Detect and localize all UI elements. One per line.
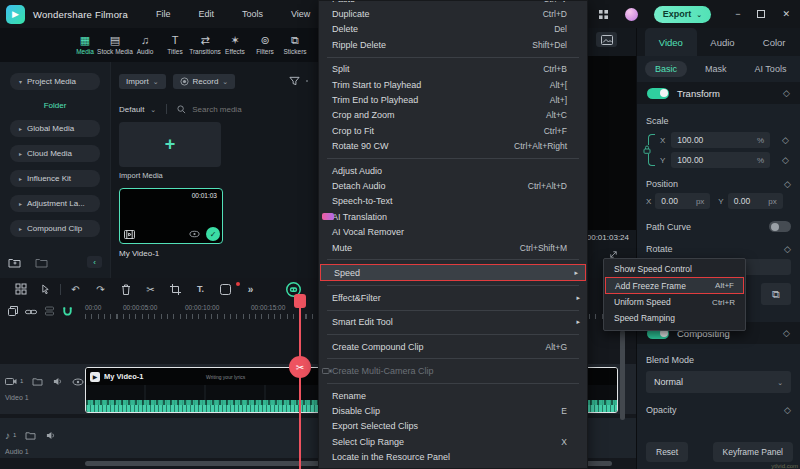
snap-magnet-icon[interactable] [62, 302, 73, 320]
menu-item-select-clip-range[interactable]: Select Clip RangeX [319, 434, 587, 449]
tab-color[interactable]: Color [748, 28, 800, 56]
keyframe-diamond-icon[interactable]: ◇ [784, 405, 791, 415]
scale-x-input[interactable]: 100.00% [671, 132, 770, 148]
menu-item-trim-end[interactable]: Trim End to PlayheadAlt+] [319, 92, 587, 107]
menu-item-rename[interactable]: Rename [319, 388, 587, 403]
menu-item-create-compound-clip[interactable]: Create Compound ClipAlt+G [319, 339, 587, 354]
tab-audio[interactable]: ♫Audio [130, 28, 160, 62]
menu-edit[interactable]: Edit [198, 9, 214, 19]
menu-item-disable-clip[interactable]: Disable ClipE [319, 403, 587, 418]
menu-view[interactable]: View [291, 9, 310, 19]
filter-funnel-icon[interactable] [289, 72, 300, 90]
minimize-button[interactable]: − [735, 9, 740, 19]
menu-item-effect-filter[interactable]: Effect&Filter [319, 290, 587, 305]
tab-titles[interactable]: TTitles [160, 28, 190, 62]
tab-stickers[interactable]: ⧉Stickers [280, 28, 310, 62]
keyframe-diamond-icon[interactable]: ◇ [783, 328, 790, 338]
menu-item-ai-vocal-remover[interactable]: AI Vocal Remover [319, 224, 587, 239]
tab-stock-media[interactable]: ▤Stock Media [100, 28, 130, 62]
trash-icon[interactable] [113, 284, 138, 295]
sidebar-item-global-media[interactable]: ▸Global Media [10, 120, 100, 137]
collapse-panel-icon[interactable]: ‹ [87, 256, 102, 268]
undo-icon[interactable]: ↶ [63, 284, 88, 295]
tab-audio[interactable]: Audio [697, 28, 749, 56]
search-input[interactable] [192, 105, 282, 114]
keyframe-diamond-icon[interactable]: ◇ [782, 155, 789, 165]
media-grid-icon[interactable] [8, 283, 33, 295]
menu-item-speech-to-text[interactable]: Speech-to-Text [319, 194, 587, 209]
submenu-item-add-freeze-frame[interactable]: Add Freeze FrameAlt+F [605, 277, 744, 294]
menu-item-split[interactable]: SplitCtrl+B [319, 62, 587, 77]
redo-icon[interactable]: ↷ [88, 284, 113, 295]
tab-media[interactable]: ▦Media [70, 28, 100, 62]
keyframe-diamond-icon[interactable]: ◇ [784, 244, 791, 254]
position-x-input[interactable]: 0.00px [655, 193, 710, 209]
menu-tools[interactable]: Tools [242, 9, 263, 19]
eye-icon[interactable] [72, 372, 84, 390]
sidebar-item-folder[interactable]: Folder [0, 98, 110, 112]
sidebar-item-adjustment-layer[interactable]: ▸Adjustment La... [10, 195, 100, 212]
menu-item-adjust-audio[interactable]: Adjust Audio [319, 163, 587, 178]
scissors-icon[interactable]: ✂ [138, 284, 163, 295]
screen-record-icon[interactable] [213, 284, 238, 295]
close-button[interactable]: ✕ [782, 9, 790, 19]
scale-y-input[interactable]: 100.00% [671, 152, 770, 168]
text-tool-icon[interactable]: T. [188, 284, 213, 294]
menu-item-duplicate[interactable]: DuplicateCtrl+D [319, 6, 587, 21]
link-icon[interactable] [25, 302, 37, 320]
playhead-handle[interactable] [294, 294, 306, 308]
reset-button[interactable]: Reset [646, 442, 688, 462]
transform-toggle[interactable] [647, 88, 669, 99]
layers-icon[interactable] [44, 302, 55, 320]
subtab-ai-tools[interactable]: AI Tools [745, 61, 797, 77]
keyframe-panel-button[interactable]: Keyframe Panel [713, 442, 793, 462]
menu-item-crop-to-fit[interactable]: Crop to FitCtrl+F [319, 123, 587, 138]
speaker-icon[interactable] [45, 426, 56, 444]
menu-item-ripple-delete[interactable]: Ripple DeleteShift+Del [319, 37, 587, 52]
menu-item-export-selected-clips[interactable]: Export Selected Clips [319, 419, 587, 434]
playhead-line[interactable] [299, 296, 301, 469]
blend-mode-dropdown[interactable]: Normal⌄ [646, 371, 791, 393]
sidebar-item-project-media[interactable]: ▾Project Media [10, 73, 100, 90]
eye-icon[interactable] [189, 230, 200, 238]
image-preview-icon[interactable] [596, 32, 617, 47]
submenu-item-uniform-speed[interactable]: Uniform SpeedCtrl+R [604, 294, 745, 310]
menu-item-locate-in-resource-panel[interactable]: Locate in the Resource Panel [319, 449, 587, 464]
sidebar-item-compound-clip[interactable]: ▸Compound Clip [10, 220, 100, 237]
menu-file[interactable]: File [156, 9, 171, 19]
cut-scissors-icon[interactable]: ✂ [289, 356, 311, 378]
submenu-item-speed-ramping[interactable]: Speed Ramping [604, 310, 745, 326]
maximize-button[interactable] [757, 10, 765, 18]
menu-item-mute[interactable]: MuteCtrl+Shift+M [319, 240, 587, 255]
sidebar-item-cloud-media[interactable]: ▸Cloud Media [10, 145, 100, 162]
speaker-icon[interactable] [52, 372, 63, 390]
keyframe-diamond-icon[interactable]: ◇ [782, 135, 789, 145]
sort-default-dropdown[interactable]: Default [119, 105, 144, 114]
menu-item-crop-and-zoom[interactable]: Crop and ZoomAlt+C [319, 108, 587, 123]
import-media-tile[interactable]: + [119, 122, 221, 167]
apps-grid-icon[interactable] [598, 9, 609, 20]
submenu-item-show-speed-control[interactable]: Show Speed Control [604, 261, 745, 277]
tab-filters[interactable]: ⊚Filters [250, 28, 280, 62]
folder-icon[interactable] [25, 426, 36, 444]
menu-item-trim-start[interactable]: Trim Start to PlayheadAlt+[ [319, 77, 587, 92]
menu-item-detach-audio[interactable]: Detach AudioCtrl+Alt+D [319, 178, 587, 193]
crop-icon[interactable] [163, 284, 188, 295]
menu-item-rotate-90[interactable]: Rotate 90 CWCtrl+Alt+Right [319, 139, 587, 154]
position-y-input[interactable]: 0.00px [728, 193, 783, 209]
keyframe-diamond-icon[interactable]: ◇ [784, 179, 791, 189]
menu-item-smart-edit-tool[interactable]: Smart Edit Tool [319, 315, 587, 330]
speed-fast-icon[interactable]: » [238, 284, 263, 295]
paste-attributes-icon[interactable]: ⧉ [761, 283, 791, 305]
path-curve-toggle[interactable] [769, 221, 791, 232]
import-button[interactable]: Import⌄ [119, 74, 166, 89]
menu-item-ai-translation[interactable]: AI Translation [319, 209, 587, 224]
copy-icon[interactable] [8, 302, 18, 320]
cursor-icon[interactable] [33, 284, 58, 295]
subtab-mask[interactable]: Mask [695, 61, 737, 77]
vertical-scrollbar[interactable] [620, 330, 625, 420]
avatar[interactable] [625, 8, 638, 21]
export-button[interactable]: Export⌄ [654, 6, 711, 23]
tab-effects[interactable]: ✶Effects [220, 28, 250, 62]
lock-icon[interactable] [643, 145, 651, 154]
